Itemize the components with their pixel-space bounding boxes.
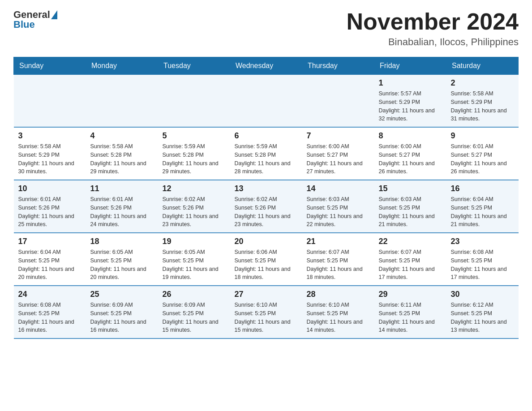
calendar-body: 1Sunrise: 5:57 AM Sunset: 5:29 PM Daylig…	[14, 75, 519, 339]
calendar-row-2: 3Sunrise: 5:58 AM Sunset: 5:29 PM Daylig…	[14, 127, 519, 180]
calendar-cell: 28Sunrise: 6:10 AM Sunset: 5:25 PM Dayli…	[302, 286, 374, 338]
weekday-header-friday: Friday	[374, 57, 446, 75]
day-info: Sunrise: 6:05 AM Sunset: 5:25 PM Dayligh…	[163, 248, 226, 282]
day-number: 26	[163, 290, 226, 299]
calendar-cell: 19Sunrise: 6:05 AM Sunset: 5:25 PM Dayli…	[158, 233, 230, 286]
calendar-cell: 20Sunrise: 6:06 AM Sunset: 5:25 PM Dayli…	[230, 233, 302, 286]
day-number: 7	[307, 131, 370, 141]
logo-triangle-icon	[51, 10, 57, 19]
calendar-header: SundayMondayTuesdayWednesdayThursdayFrid…	[14, 57, 519, 75]
day-number: 20	[235, 237, 298, 246]
day-number: 6	[235, 131, 298, 141]
calendar-cell: 9Sunrise: 6:01 AM Sunset: 5:27 PM Daylig…	[446, 127, 519, 180]
calendar-subtitle: Binabalian, Ilocos, Philippines	[347, 36, 519, 48]
calendar-row-4: 17Sunrise: 6:04 AM Sunset: 5:25 PM Dayli…	[14, 233, 519, 286]
weekday-header-saturday: Saturday	[446, 57, 519, 75]
day-number: 21	[307, 237, 370, 246]
day-info: Sunrise: 5:58 AM Sunset: 5:29 PM Dayligh…	[451, 90, 514, 123]
day-number: 29	[379, 290, 442, 299]
calendar-cell: 26Sunrise: 6:09 AM Sunset: 5:25 PM Dayli…	[158, 286, 230, 338]
calendar-cell: 25Sunrise: 6:09 AM Sunset: 5:25 PM Dayli…	[86, 286, 158, 338]
day-info: Sunrise: 5:58 AM Sunset: 5:28 PM Dayligh…	[90, 142, 154, 176]
day-number: 27	[235, 290, 298, 299]
calendar-cell: 24Sunrise: 6:08 AM Sunset: 5:25 PM Dayli…	[14, 286, 86, 338]
day-info: Sunrise: 6:01 AM Sunset: 5:27 PM Dayligh…	[451, 142, 514, 176]
day-number: 24	[18, 290, 82, 299]
day-info: Sunrise: 6:08 AM Sunset: 5:25 PM Dayligh…	[18, 301, 82, 334]
day-info: Sunrise: 6:02 AM Sunset: 5:26 PM Dayligh…	[235, 195, 298, 229]
calendar-cell: 13Sunrise: 6:02 AM Sunset: 5:26 PM Dayli…	[230, 180, 302, 233]
calendar-cell: 4Sunrise: 5:58 AM Sunset: 5:28 PM Daylig…	[86, 127, 158, 180]
calendar-cell	[302, 75, 374, 128]
calendar-cell: 10Sunrise: 6:01 AM Sunset: 5:26 PM Dayli…	[14, 180, 86, 233]
day-info: Sunrise: 6:04 AM Sunset: 5:25 PM Dayligh…	[18, 248, 82, 282]
calendar-cell: 23Sunrise: 6:08 AM Sunset: 5:25 PM Dayli…	[446, 233, 519, 286]
weekday-header-monday: Monday	[86, 57, 158, 75]
day-number: 5	[163, 131, 226, 141]
weekday-header-wednesday: Wednesday	[230, 57, 302, 75]
day-number: 3	[18, 131, 82, 141]
day-info: Sunrise: 6:00 AM Sunset: 5:27 PM Dayligh…	[307, 142, 370, 176]
calendar-cell: 3Sunrise: 5:58 AM Sunset: 5:29 PM Daylig…	[14, 127, 86, 180]
calendar-cell: 21Sunrise: 6:07 AM Sunset: 5:25 PM Dayli…	[302, 233, 374, 286]
day-info: Sunrise: 6:10 AM Sunset: 5:25 PM Dayligh…	[307, 301, 370, 334]
day-number: 28	[307, 290, 370, 299]
day-info: Sunrise: 6:00 AM Sunset: 5:27 PM Dayligh…	[379, 142, 442, 176]
weekday-header-sunday: Sunday	[14, 57, 86, 75]
day-number: 12	[163, 184, 226, 193]
weekday-header-tuesday: Tuesday	[158, 57, 230, 75]
day-info: Sunrise: 5:57 AM Sunset: 5:29 PM Dayligh…	[379, 90, 442, 123]
day-number: 4	[90, 131, 154, 141]
day-info: Sunrise: 5:58 AM Sunset: 5:29 PM Dayligh…	[18, 142, 82, 176]
day-number: 10	[18, 184, 82, 193]
day-number: 16	[451, 184, 514, 193]
day-number: 25	[90, 290, 154, 299]
day-info: Sunrise: 6:10 AM Sunset: 5:25 PM Dayligh…	[235, 301, 298, 334]
calendar-cell	[158, 75, 230, 128]
calendar-cell: 17Sunrise: 6:04 AM Sunset: 5:25 PM Dayli…	[14, 233, 86, 286]
calendar-row-3: 10Sunrise: 6:01 AM Sunset: 5:26 PM Dayli…	[14, 180, 519, 233]
day-number: 9	[451, 131, 514, 141]
calendar-cell: 18Sunrise: 6:05 AM Sunset: 5:25 PM Dayli…	[86, 233, 158, 286]
calendar-cell: 14Sunrise: 6:03 AM Sunset: 5:25 PM Dayli…	[302, 180, 374, 233]
day-info: Sunrise: 6:07 AM Sunset: 5:25 PM Dayligh…	[307, 248, 370, 282]
day-info: Sunrise: 6:03 AM Sunset: 5:25 PM Dayligh…	[307, 195, 370, 229]
calendar-cell: 6Sunrise: 5:59 AM Sunset: 5:28 PM Daylig…	[230, 127, 302, 180]
day-number: 19	[163, 237, 226, 246]
day-number: 13	[235, 184, 298, 193]
day-info: Sunrise: 6:06 AM Sunset: 5:25 PM Dayligh…	[235, 248, 298, 282]
day-info: Sunrise: 6:02 AM Sunset: 5:26 PM Dayligh…	[163, 195, 226, 229]
calendar-row-5: 24Sunrise: 6:08 AM Sunset: 5:25 PM Dayli…	[14, 286, 519, 338]
calendar-cell: 1Sunrise: 5:57 AM Sunset: 5:29 PM Daylig…	[374, 75, 446, 128]
calendar-cell	[86, 75, 158, 128]
day-number: 1	[379, 78, 442, 88]
day-info: Sunrise: 6:08 AM Sunset: 5:25 PM Dayligh…	[451, 248, 514, 282]
page-header: General Blue November 2024 Binabalian, I…	[13, 9, 519, 48]
day-info: Sunrise: 6:03 AM Sunset: 5:25 PM Dayligh…	[379, 195, 442, 229]
day-info: Sunrise: 6:01 AM Sunset: 5:26 PM Dayligh…	[18, 195, 82, 229]
calendar-cell	[230, 75, 302, 128]
day-info: Sunrise: 6:05 AM Sunset: 5:25 PM Dayligh…	[90, 248, 154, 282]
day-number: 2	[451, 78, 514, 88]
day-info: Sunrise: 6:12 AM Sunset: 5:25 PM Dayligh…	[451, 301, 514, 334]
weekday-header-row: SundayMondayTuesdayWednesdayThursdayFrid…	[14, 57, 519, 75]
calendar-cell: 27Sunrise: 6:10 AM Sunset: 5:25 PM Dayli…	[230, 286, 302, 338]
calendar-cell: 8Sunrise: 6:00 AM Sunset: 5:27 PM Daylig…	[374, 127, 446, 180]
calendar-cell: 29Sunrise: 6:11 AM Sunset: 5:25 PM Dayli…	[374, 286, 446, 338]
day-info: Sunrise: 6:11 AM Sunset: 5:25 PM Dayligh…	[379, 301, 442, 334]
day-number: 11	[90, 184, 154, 193]
calendar-row-1: 1Sunrise: 5:57 AM Sunset: 5:29 PM Daylig…	[14, 75, 519, 128]
calendar-cell: 5Sunrise: 5:59 AM Sunset: 5:28 PM Daylig…	[158, 127, 230, 180]
calendar-cell: 22Sunrise: 6:07 AM Sunset: 5:25 PM Dayli…	[374, 233, 446, 286]
calendar-cell: 16Sunrise: 6:04 AM Sunset: 5:25 PM Dayli…	[446, 180, 519, 233]
logo: General Blue	[13, 9, 57, 30]
weekday-header-thursday: Thursday	[302, 57, 374, 75]
day-info: Sunrise: 6:01 AM Sunset: 5:26 PM Dayligh…	[90, 195, 154, 229]
day-info: Sunrise: 6:09 AM Sunset: 5:25 PM Dayligh…	[163, 301, 226, 334]
day-number: 15	[379, 184, 442, 193]
day-info: Sunrise: 6:07 AM Sunset: 5:25 PM Dayligh…	[379, 248, 442, 282]
calendar-cell: 7Sunrise: 6:00 AM Sunset: 5:27 PM Daylig…	[302, 127, 374, 180]
calendar-cell: 30Sunrise: 6:12 AM Sunset: 5:25 PM Dayli…	[446, 286, 519, 338]
day-number: 8	[379, 131, 442, 141]
calendar-cell: 12Sunrise: 6:02 AM Sunset: 5:26 PM Dayli…	[158, 180, 230, 233]
